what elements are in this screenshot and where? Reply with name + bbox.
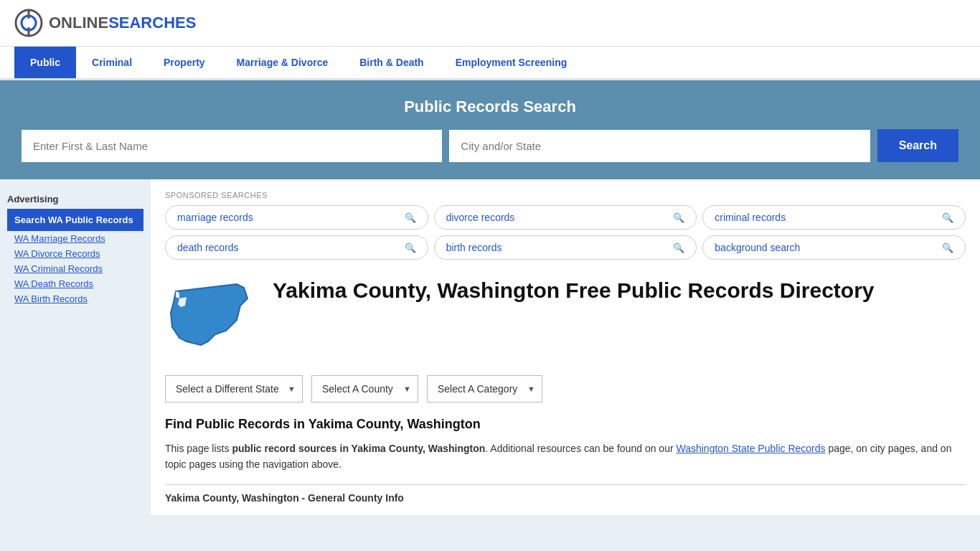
- search-icon-2: 🔍: [942, 212, 953, 223]
- search-icon-5: 🔍: [942, 242, 953, 253]
- search-pills: marriage records 🔍 divorce records 🔍 cri…: [165, 205, 966, 260]
- pill-death-label: death records: [177, 242, 239, 253]
- search-banner: Public Records Search Search: [0, 80, 980, 179]
- logo-searches: SEARCHES: [108, 14, 196, 32]
- pill-background[interactable]: background search 🔍: [702, 235, 966, 260]
- pill-marriage-label: marriage records: [177, 212, 253, 223]
- county-dropdown[interactable]: Select A County: [311, 375, 418, 402]
- logo[interactable]: ONLINESEARCHES: [14, 9, 196, 37]
- find-desc-link[interactable]: Washington State Public Records: [676, 443, 825, 454]
- state-dropdown-wrapper: Select a Different State: [165, 375, 303, 402]
- nav-marriage-divorce[interactable]: Marriage & Divorce: [221, 47, 344, 78]
- sidebar-link-marriage[interactable]: WA Marriage Records: [7, 231, 143, 246]
- pill-divorce-label: divorce records: [446, 212, 515, 223]
- nav-birth-death[interactable]: Birth & Death: [344, 47, 439, 78]
- name-input[interactable]: [22, 130, 442, 162]
- nav-criminal[interactable]: Criminal: [76, 47, 148, 78]
- search-icon-3: 🔍: [405, 242, 416, 253]
- search-button[interactable]: Search: [877, 129, 958, 162]
- location-title: Yakima County, Washington Free Public Re…: [273, 277, 875, 304]
- search-icon-4: 🔍: [673, 242, 684, 253]
- sidebar-link-death[interactable]: WA Death Records: [7, 276, 143, 291]
- pill-criminal-label: criminal records: [715, 212, 786, 223]
- pill-marriage[interactable]: marriage records 🔍: [165, 205, 428, 230]
- location-input[interactable]: [449, 130, 870, 162]
- nav-employment[interactable]: Employment Screening: [440, 47, 583, 78]
- main-content: SPONSORED SEARCHES marriage records 🔍 di…: [151, 179, 980, 515]
- pill-death[interactable]: death records 🔍: [165, 235, 428, 260]
- sidebar-link-criminal[interactable]: WA Criminal Records: [7, 261, 143, 276]
- category-dropdown-wrapper: Select A Category: [427, 375, 542, 402]
- dropdown-row: Select a Different State Select A County…: [165, 375, 966, 402]
- find-desc-part2: . Additional resources can be found on o…: [485, 443, 676, 454]
- logo-online: ONLINE: [49, 14, 108, 32]
- location-section: Yakima County, Washington Free Public Re…: [165, 277, 966, 358]
- washington-map-svg: [165, 277, 258, 356]
- county-info-title: Yakima County, Washington - General Coun…: [165, 484, 966, 504]
- find-desc-part1: This page lists: [165, 443, 232, 454]
- state-dropdown[interactable]: Select a Different State: [165, 375, 303, 402]
- sidebar-ad-label: Advertising: [7, 194, 143, 204]
- find-description: This page lists public record sources in…: [165, 441, 966, 473]
- pill-birth-label: birth records: [446, 242, 502, 253]
- sidebar-ad-active[interactable]: Search WA Public Records: [7, 209, 143, 231]
- find-desc-bold: public record sources in Yakima County, …: [232, 443, 485, 454]
- sponsored-label: SPONSORED SEARCHES: [165, 191, 966, 199]
- nav-property[interactable]: Property: [148, 47, 221, 78]
- county-dropdown-wrapper: Select A County: [311, 375, 418, 402]
- state-map: [165, 277, 258, 358]
- search-fields: Search: [22, 129, 958, 162]
- logo-icon: [14, 9, 43, 37]
- find-title: Find Public Records in Yakima County, Wa…: [165, 417, 966, 432]
- search-icon-0: 🔍: [405, 212, 416, 223]
- sidebar-link-divorce[interactable]: WA Divorce Records: [7, 246, 143, 261]
- main-nav: Public Criminal Property Marriage & Divo…: [0, 47, 980, 80]
- logo-text: ONLINESEARCHES: [49, 14, 196, 32]
- sidebar-link-birth[interactable]: WA Birth Records: [7, 291, 143, 306]
- site-header: ONLINESEARCHES: [0, 0, 980, 47]
- pill-criminal[interactable]: criminal records 🔍: [702, 205, 966, 230]
- sidebar: Advertising Search WA Public Records WA …: [0, 179, 151, 515]
- main-container: Advertising Search WA Public Records WA …: [0, 179, 980, 515]
- svg-marker-4: [171, 284, 248, 345]
- pill-divorce[interactable]: divorce records 🔍: [434, 205, 697, 230]
- pill-background-label: background search: [715, 242, 800, 253]
- category-dropdown[interactable]: Select A Category: [427, 375, 542, 402]
- pill-birth[interactable]: birth records 🔍: [434, 235, 697, 260]
- search-banner-title: Public Records Search: [22, 98, 958, 116]
- nav-public[interactable]: Public: [14, 47, 76, 78]
- search-icon-1: 🔍: [673, 212, 684, 223]
